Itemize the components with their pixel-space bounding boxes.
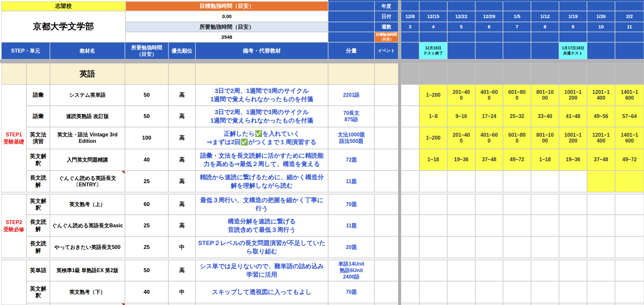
schedule-cell[interactable]: 1001~1200 [559, 127, 587, 149]
priority-cell[interactable]: 高 [168, 194, 195, 215]
event-cell[interactable] [447, 42, 475, 59]
material-cell[interactable]: ぐんぐん読める英語長文〔ENTRY〕 [50, 171, 125, 192]
step-group-label[interactable]: STEP1 受験基礎 [1, 84, 26, 192]
year-cell[interactable] [447, 1, 475, 11]
event-cell[interactable] [615, 42, 644, 59]
event-cell[interactable] [475, 42, 503, 59]
date-header-cell[interactable]: 12/22 [447, 11, 475, 22]
year-row-label[interactable]: 年度 [374, 1, 398, 11]
amount-cell[interactable]: 単語14Unit 熟語6Unit 2400語 [328, 260, 374, 281]
week-number-cell[interactable]: 5 [447, 22, 475, 32]
schedule-cell[interactable] [587, 171, 615, 192]
schedule-cell[interactable] [503, 215, 531, 236]
schedule-cell[interactable]: 57~64 [615, 106, 644, 127]
section-row-cell[interactable] [374, 63, 398, 84]
remark-cell[interactable]: 3日で2周、1週間で3周のサイクル 1週間で覚えられなかったものを付箋 [195, 106, 328, 127]
blank-cell[interactable] [328, 11, 374, 22]
amount-cell[interactable]: 72題 [328, 149, 374, 171]
remark-cell[interactable]: 3日で2周、1週間で3周のサイクル 1週間で覚えられなかったものを付箋 [195, 84, 328, 106]
amount-cell[interactable]: 2201語 [328, 84, 374, 106]
schedule-cell[interactable] [503, 171, 531, 192]
schedule-cell[interactable] [401, 149, 419, 171]
year-cell[interactable] [559, 1, 587, 11]
amount-cell[interactable]: 70題 [328, 194, 374, 215]
date-header-cell[interactable]: 1/12 [531, 11, 559, 22]
amount-cell[interactable]: 70長文 875語 [328, 106, 374, 127]
priority-cell[interactable]: 中 [168, 281, 195, 303]
material-cell[interactable]: 速読英熟語 改訂版 [50, 106, 125, 127]
schedule-cell[interactable]: 1~200 [419, 127, 447, 149]
week-number-cell[interactable]: 3 [401, 22, 419, 32]
schedule-cell[interactable] [475, 281, 503, 303]
event-cell[interactable] [531, 42, 559, 59]
schedule-cell[interactable]: 9~16 [447, 106, 475, 127]
unit-cell[interactable]: 語彙 [26, 106, 50, 127]
schedule-cell[interactable]: 25~32 [503, 106, 531, 127]
schedule-cell[interactable] [587, 236, 615, 258]
priority-cell[interactable]: 高 [168, 106, 195, 127]
schedule-cell[interactable] [559, 281, 587, 303]
section-row-cell[interactable] [195, 63, 328, 84]
goal-hours-cell[interactable] [615, 32, 644, 42]
priority-cell[interactable]: 中 [168, 236, 195, 258]
schedule-cell[interactable]: 1001~1200 [559, 84, 587, 106]
schedule-cell[interactable] [587, 260, 615, 281]
column-header-step-unit[interactable]: STEP・単元 [1, 42, 50, 59]
goal-hours-cell[interactable] [587, 32, 615, 42]
date-header-cell[interactable]: 1/5 [503, 11, 531, 22]
event-body-cell[interactable] [374, 215, 398, 236]
material-cell[interactable]: やっておきたい英語長文500 [50, 236, 125, 258]
section-row-cell[interactable] [125, 63, 168, 84]
material-cell[interactable]: システム英単語 [50, 84, 125, 106]
column-header-remarks[interactable]: 備考・代替教材 [195, 42, 328, 59]
schedule-cell[interactable]: 49~72 [615, 149, 644, 171]
hours-cell[interactable]: 40 [125, 281, 168, 303]
blank-cell[interactable] [328, 32, 374, 42]
amount-cell[interactable]: 11題 [328, 215, 374, 236]
column-header-material[interactable]: 教材名 [50, 42, 125, 59]
required-hours-value[interactable]: 2548 [126, 32, 328, 42]
schedule-cell[interactable] [503, 194, 531, 215]
schedule-cell[interactable] [419, 260, 447, 281]
step-group-label[interactable]: STEP2 受験必修 [1, 194, 26, 258]
column-header-hours[interactable]: 所要勉強時間 （目安） [125, 42, 168, 59]
hours-cell[interactable]: 25 [125, 171, 168, 192]
unit-cell[interactable]: 長文読解 [26, 171, 50, 192]
goal-hours-header[interactable]: 目標勉強時間（目安） [126, 1, 328, 11]
week-number-cell[interactable]: 6 [475, 22, 503, 32]
week-number-cell[interactable]: 10 [587, 22, 615, 32]
unit-cell[interactable]: 英文法演習 [26, 127, 50, 149]
section-row-cell[interactable] [328, 63, 374, 84]
schedule-cell[interactable] [559, 236, 587, 258]
unit-cell[interactable]: 長文読解 [26, 236, 50, 258]
material-cell[interactable]: 英文法・語法 Vintage 3rd Edition [50, 127, 125, 149]
schedule-cell[interactable] [531, 194, 559, 215]
event-body-cell[interactable] [374, 106, 398, 127]
schedule-cell[interactable]: 1401~1600 [615, 127, 644, 149]
date-row-label[interactable]: 日付 [374, 11, 398, 22]
schedule-cell[interactable] [447, 215, 475, 236]
schedule-cell[interactable]: 201~400 [447, 127, 475, 149]
unit-cell[interactable]: 英文解釈 [26, 281, 50, 303]
schedule-cell[interactable]: 201~400 [447, 84, 475, 106]
date-header-cell[interactable]: 12/29 [475, 11, 503, 22]
schedule-cell[interactable] [401, 84, 419, 106]
material-cell[interactable]: 英文熟考（下） [50, 281, 125, 303]
section-row-cell[interactable] [26, 63, 50, 84]
unit-cell[interactable]: 長文読解 [26, 215, 50, 236]
schedule-cell[interactable]: 37~48 [587, 149, 615, 171]
blank-cell[interactable] [328, 22, 374, 32]
schedule-cell[interactable] [587, 281, 615, 303]
schedule-cell[interactable] [503, 260, 531, 281]
week-number-cell[interactable]: 4 [419, 22, 447, 32]
event-body-cell[interactable] [374, 127, 398, 149]
year-cell[interactable] [531, 1, 559, 11]
hours-cell[interactable]: 50 [125, 84, 168, 106]
target-school-value[interactable]: 京都大学文学部 [1, 11, 126, 42]
remark-cell[interactable]: 精読から速読に繋げるために、細かく構造分解を理解しながら読む [195, 171, 328, 192]
schedule-cell[interactable] [419, 215, 447, 236]
schedule-cell[interactable] [401, 215, 419, 236]
schedule-cell[interactable] [531, 260, 559, 281]
remark-cell[interactable]: STEP２レベルの長文問題演習が不足していたら取り組む [195, 236, 328, 258]
week-row-label[interactable]: 週数 [374, 22, 398, 32]
